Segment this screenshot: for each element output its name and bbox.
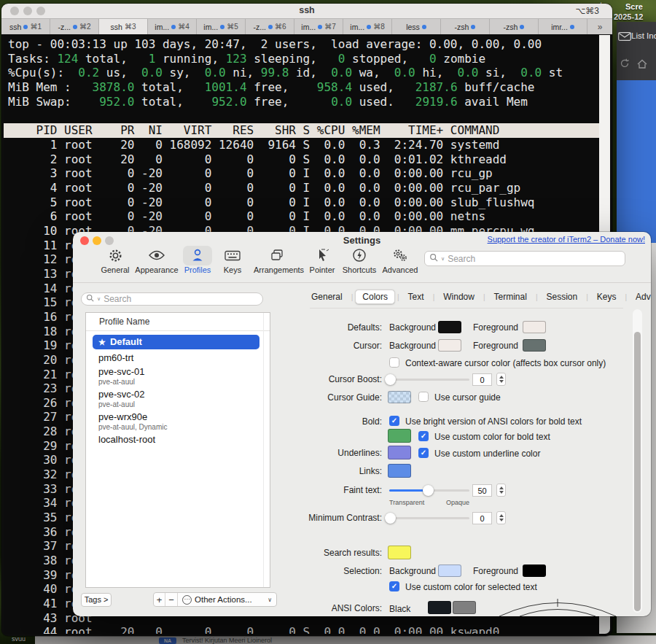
selection-foreground-swatch[interactable]	[523, 565, 546, 577]
toolbar-item-appearance[interactable]: Appearance	[133, 247, 180, 274]
custom-underline-checkbox[interactable]	[418, 448, 429, 458]
toolbar-item-keys[interactable]: Keys	[209, 247, 256, 274]
custom-selected-text-checkbox[interactable]	[389, 581, 399, 591]
profile-tab-text[interactable]: Text	[402, 290, 431, 303]
bright-ansi-checkbox[interactable]	[389, 416, 399, 426]
search-placeholder: Search	[448, 254, 475, 264]
search-results-swatch[interactable]	[388, 546, 411, 559]
add-profile-button[interactable]: +	[154, 593, 165, 606]
eye-icon	[133, 247, 180, 264]
default-foreground-swatch[interactable]	[523, 321, 546, 333]
terminal-tab[interactable]: ssh⌘3	[99, 19, 148, 34]
profile-search-input[interactable]: ∨ Search	[81, 292, 263, 306]
toolbar-item-general[interactable]: General	[92, 247, 138, 274]
underline-color-swatch[interactable]	[388, 446, 411, 459]
gear-icon	[92, 247, 138, 264]
tab-activity-indicator	[422, 25, 426, 29]
mail-icon[interactable]	[618, 31, 631, 44]
refresh-icon[interactable]	[620, 58, 630, 71]
bold-color-swatch[interactable]	[388, 429, 411, 443]
desktop-icon-label: svuu	[12, 635, 26, 643]
tab-separator	[310, 308, 623, 309]
profile-tab-colors[interactable]: Colors	[355, 290, 395, 304]
tab-divider: |	[534, 293, 540, 301]
terminal-tab[interactable]: -zsh	[490, 19, 539, 34]
cursor-boost-stepper[interactable]	[496, 373, 506, 386]
opaque-label: Opaque	[446, 499, 469, 506]
faint-text-slider-thumb[interactable]	[423, 485, 434, 496]
selection-label: Selection:	[236, 566, 382, 576]
tab-overflow-button[interactable]: »	[587, 19, 612, 34]
link-color-swatch[interactable]	[388, 464, 411, 478]
selection-background-swatch[interactable]	[438, 565, 461, 577]
default-star-icon: ★	[98, 338, 106, 346]
tags-button[interactable]: Tags >	[81, 593, 112, 607]
cursor-boost-slider[interactable]	[389, 379, 469, 381]
minimum-contrast-stepper[interactable]	[496, 511, 506, 524]
terminal-tab[interactable]: -zsh	[441, 19, 490, 34]
terminal-tab[interactable]: ssh⌘1	[1, 19, 50, 34]
profile-item[interactable]: localhost-root	[86, 432, 262, 446]
context-aware-cursor-checkbox[interactable]	[389, 357, 399, 368]
tab-activity-indicator	[318, 25, 322, 29]
minimum-contrast-slider[interactable]	[389, 517, 469, 519]
windows-icon	[254, 247, 300, 264]
cursor-background-swatch[interactable]	[438, 339, 461, 352]
faint-text-stepper[interactable]	[496, 484, 506, 497]
bolt-circle-icon	[336, 247, 383, 264]
cursor-boost-value[interactable]: 0	[472, 373, 492, 386]
ansi-colors-label: ANSI Colors:	[236, 603, 382, 613]
terminal-tab[interactable]: im...⌘5	[197, 19, 246, 34]
faint-text-value[interactable]: 50	[472, 484, 492, 497]
terminal-tab[interactable]: im...⌘8	[343, 19, 392, 34]
top-summary: top - 00:03:13 up 103 days, 20:47, 2 use…	[8, 37, 563, 109]
foreground-label: Foreground	[473, 322, 518, 333]
default-background-swatch[interactable]	[438, 321, 461, 333]
profile-tab-advanced[interactable]: Advanced	[629, 290, 651, 303]
background-label: Background	[389, 566, 436, 576]
terminal-tab[interactable]: -z...⌘2	[50, 19, 99, 34]
tab-divider: |	[481, 293, 488, 301]
minimum-contrast-slider-thumb[interactable]	[385, 513, 396, 524]
desktop-icon-label: 2025-12	[614, 12, 643, 21]
ansi-bright-black-swatch[interactable]	[453, 601, 476, 614]
cursor-foreground-swatch[interactable]	[523, 339, 546, 352]
terminal-tab[interactable]: im...⌘7	[294, 19, 343, 34]
settings-scrollbar-thumb[interactable]	[634, 332, 641, 611]
profile-tab-window[interactable]: Window	[437, 290, 481, 303]
profile-tab-keys[interactable]: Keys	[590, 290, 623, 303]
use-cursor-guide-checkbox[interactable]	[418, 392, 429, 402]
toolbar-item-arrangements[interactable]: Arrangements	[254, 247, 300, 274]
profile-item[interactable]: pm60-trt	[86, 351, 262, 365]
settings-search-input[interactable]: ∨ Search	[424, 251, 625, 266]
toolbar-item-advanced[interactable]: Advanced	[377, 247, 423, 274]
cursor-boost-slider-thumb[interactable]	[385, 374, 396, 385]
profile-item[interactable]: ★Default	[93, 335, 259, 349]
color-wheel-partial[interactable]	[492, 594, 623, 616]
ellipsis-circle-icon: ⋯	[182, 595, 192, 605]
settings-window: Settings Support the creator of iTerm2 –…	[73, 232, 651, 616]
window-hotkey: ⌥⌘3	[575, 6, 599, 16]
minimum-contrast-value[interactable]: 0	[472, 512, 492, 524]
custom-bold-checkbox[interactable]	[418, 431, 429, 441]
terminal-tab[interactable]: -z...⌘6	[246, 19, 294, 34]
profile-tab-terminal[interactable]: Terminal	[488, 290, 534, 303]
ansi-black-swatch[interactable]	[428, 601, 451, 614]
profile-tab-session[interactable]: Session	[540, 290, 585, 303]
search-results-label: Search results:	[236, 548, 382, 558]
background-label: Background	[389, 322, 436, 333]
cursor-guide-swatch[interactable]	[388, 391, 411, 403]
donate-link[interactable]: Support the creator of iTerm2 – Donate n…	[488, 235, 645, 244]
home-icon[interactable]	[637, 58, 647, 71]
tab-activity-indicator	[367, 25, 371, 29]
terminal-titlebar[interactable]: ssh ⌥⌘3	[1, 4, 612, 18]
profile-tab-general[interactable]: General	[305, 290, 349, 303]
terminal-tab[interactable]: imr...	[539, 19, 587, 34]
terminal-tab[interactable]: im...⌘4	[148, 19, 197, 34]
terminal-tab[interactable]: less	[392, 19, 441, 34]
toolbar-item-shortcuts[interactable]: Shortcuts	[336, 247, 383, 274]
remove-profile-button[interactable]: −	[165, 593, 178, 606]
profile-name-column-header[interactable]: Profile Name	[99, 317, 149, 327]
search-icon	[429, 253, 438, 264]
cursor-label: Cursor:	[236, 341, 382, 351]
